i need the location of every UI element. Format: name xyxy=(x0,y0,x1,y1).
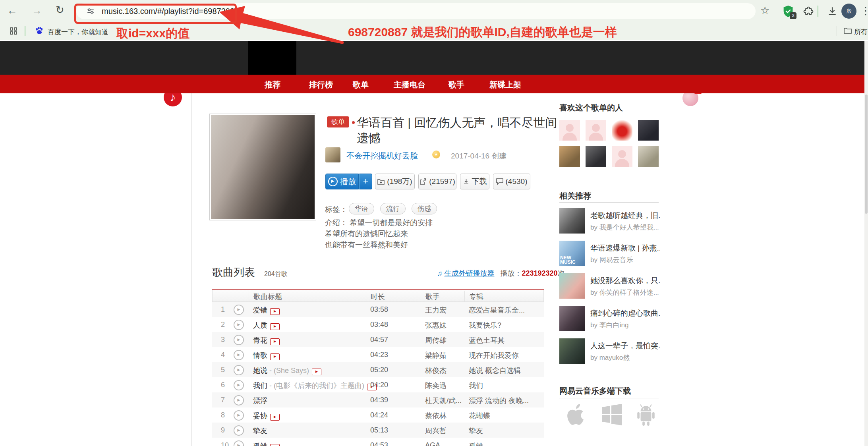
mv-icon[interactable]: ▶ xyxy=(312,369,321,375)
row-play-icon[interactable]: ▶ xyxy=(234,335,244,345)
row-play-icon[interactable]: ▶ xyxy=(234,320,244,330)
mv-icon[interactable]: ▶ xyxy=(270,414,280,421)
album-link[interactable]: 她说 概念自选辑 xyxy=(469,366,521,375)
artist-link[interactable]: 杜天凯/武... xyxy=(425,396,462,405)
liker-avatar[interactable] xyxy=(638,146,659,167)
liker-avatar[interactable] xyxy=(638,120,659,141)
row-play-icon[interactable]: ▶ xyxy=(234,365,244,375)
comment-button[interactable]: (4530) xyxy=(493,174,530,189)
liker-avatar[interactable] xyxy=(586,120,606,141)
song-row-9[interactable]: 9 ▶ 挚友 05:13 周兴哲 挚友 xyxy=(212,423,544,438)
album-link[interactable]: 漂浮 流动的 夜晚... xyxy=(469,396,529,405)
all-bookmarks-label[interactable]: 所有书签 xyxy=(854,27,868,37)
column-header-title[interactable]: 歌曲标题 xyxy=(253,292,282,301)
artist-link[interactable]: 蔡依林 xyxy=(425,411,447,421)
artist-link[interactable]: AGA xyxy=(425,441,440,446)
extensions-puzzle-icon[interactable] xyxy=(803,6,814,18)
row-play-icon[interactable]: ▶ xyxy=(234,440,244,446)
browser-menu-icon[interactable]: ⋮ xyxy=(860,6,868,16)
mv-icon[interactable]: ▶ xyxy=(270,338,280,345)
related-item-by[interactable]: by 网易云音乐 xyxy=(590,255,660,265)
creator-name-link[interactable]: 不会开挖掘机好丢脸 xyxy=(346,151,418,161)
tag-sad[interactable]: 伤感 xyxy=(412,203,437,214)
subnav-new-album[interactable]: 新碟上架 xyxy=(489,79,521,90)
related-item-title[interactable]: 她没那么喜欢你，只... xyxy=(590,276,660,286)
artist-link[interactable]: 林俊杰 xyxy=(425,366,447,375)
artist-link[interactable]: 周兴哲 xyxy=(425,426,447,436)
related-cover[interactable] xyxy=(559,338,585,364)
row-play-icon[interactable]: ▶ xyxy=(234,395,244,405)
download-button[interactable]: 下载 xyxy=(460,174,489,189)
column-header-album[interactable]: 专辑 xyxy=(469,292,483,301)
album-link[interactable]: 挚友 xyxy=(469,426,483,436)
subnav-recommend[interactable]: 推荐 xyxy=(265,79,280,90)
tag-mandopop[interactable]: 华语 xyxy=(349,203,374,214)
related-item-title[interactable]: 华语速爆新歌 | 孙燕... xyxy=(590,243,660,253)
related-cover[interactable] xyxy=(559,273,585,299)
album-link[interactable]: 孤雏 xyxy=(469,441,483,446)
related-item-title[interactable]: 痛到心碎的虐心歌曲... xyxy=(590,308,660,319)
subnav-radio[interactable]: 主播电台 xyxy=(394,79,425,90)
album-link[interactable]: 恋爱占星音乐全... xyxy=(469,305,525,315)
album-link[interactable]: 我们 xyxy=(469,381,483,390)
forward-icon[interactable]: → xyxy=(32,5,42,15)
column-header-artist[interactable]: 歌手 xyxy=(425,292,440,301)
mv-icon[interactable]: ▶ xyxy=(270,444,280,446)
apps-grid-icon[interactable] xyxy=(10,27,17,37)
album-link[interactable]: 花蝴蝶 xyxy=(469,411,490,421)
creator-avatar[interactable] xyxy=(325,147,340,162)
liker-avatar[interactable] xyxy=(612,120,632,141)
row-play-icon[interactable]: ▶ xyxy=(234,350,244,360)
album-link[interactable]: 蓝色土耳其 xyxy=(469,336,505,345)
song-row-10[interactable]: 10 ▶ 孤雏▶ 04:53 AGA 孤雏 xyxy=(212,438,544,446)
album-link[interactable]: 我要快乐? xyxy=(469,321,501,330)
artist-link[interactable]: 陈奕迅 xyxy=(425,381,447,390)
artist-link[interactable]: 梁静茹 xyxy=(425,351,447,360)
related-cover[interactable]: NEW MUSIC xyxy=(559,241,585,266)
liker-avatar[interactable] xyxy=(559,146,580,167)
related-cover[interactable] xyxy=(559,208,585,234)
song-row-7[interactable]: 7 ▶ 漂浮 04:39 杜天凯/武... 漂浮 流动的 夜晚... xyxy=(212,392,544,407)
play-button[interactable]: ▶ 播放 xyxy=(325,174,359,189)
related-item-title[interactable]: 老歌越听越经典，旧... xyxy=(590,210,660,221)
nav-item-discover[interactable]: 发现音乐 xyxy=(248,41,296,75)
song-row-1[interactable]: 1 ▶ 爱错▶ 03:58 王力宏 恋爱占星音乐全... xyxy=(212,302,544,317)
row-play-icon[interactable]: ▶ xyxy=(234,305,244,315)
outlink-player-link[interactable]: 生成外链播放器 xyxy=(445,269,495,277)
related-item-by[interactable]: by 李白白ing xyxy=(590,321,660,330)
liker-avatar[interactable] xyxy=(612,146,632,167)
related-item-by[interactable]: by 你笑的样子格外迷... xyxy=(590,288,660,297)
android-platform-icon[interactable] xyxy=(636,404,656,428)
browser-profile-avatar[interactable]: 殷 xyxy=(841,4,856,19)
apple-platform-icon[interactable] xyxy=(567,404,587,428)
row-play-icon[interactable]: ▶ xyxy=(234,380,244,390)
artist-link[interactable]: 周传雄 xyxy=(425,336,447,345)
favorite-button[interactable]: (198万) xyxy=(375,174,415,189)
liker-avatar[interactable] xyxy=(586,146,606,167)
subnav-artist[interactable]: 歌手 xyxy=(448,79,464,90)
song-row-2[interactable]: 2 ▶ 人质▶ 03:48 张惠妹 我要快乐? xyxy=(212,317,544,332)
back-icon[interactable]: ← xyxy=(7,5,17,15)
subnav-playlist[interactable]: 歌单 xyxy=(353,79,369,90)
subnav-rank[interactable]: 排行榜 xyxy=(309,79,333,90)
song-row-4[interactable]: 4 ▶ 情歌▶ 04:23 梁静茹 现在开始我爱你 xyxy=(212,347,544,362)
windows-platform-icon[interactable] xyxy=(601,404,623,427)
bookmark-star-icon[interactable]: ☆ xyxy=(760,5,769,15)
artist-link[interactable]: 张惠妹 xyxy=(425,321,447,330)
column-header-duration[interactable]: 时长 xyxy=(371,292,385,301)
row-play-icon[interactable]: ▶ xyxy=(234,410,244,421)
song-row-5[interactable]: 5 ▶ 她说 - (She Says)▶ 05:20 林俊杰 她说 概念自选辑 xyxy=(212,362,544,377)
related-item-by[interactable]: by mayuko然 xyxy=(590,353,660,362)
related-item-by[interactable]: by 我是个好人希望我... xyxy=(590,223,660,232)
downloads-icon[interactable] xyxy=(827,6,837,18)
song-row-8[interactable]: 8 ▶ 妥协▶ 04:24 蔡依林 花蝴蝶 xyxy=(212,407,544,423)
song-row-3[interactable]: 3 ▶ 青花▶ 04:57 周传雄 蓝色土耳其 xyxy=(212,332,544,347)
mv-icon[interactable]: ▶ xyxy=(270,308,280,315)
mv-icon[interactable]: ▶ xyxy=(270,353,280,360)
artist-link[interactable]: 王力宏 xyxy=(425,305,447,315)
tag-pop[interactable]: 流行 xyxy=(380,203,406,214)
scrollbar-thumb[interactable] xyxy=(865,95,868,214)
song-row-6[interactable]: 6 ▶ 我们 - (电影《后来的我们》主题曲)▶ 04:20 陈奕迅 我们 xyxy=(212,377,544,392)
mv-icon[interactable]: ▶ xyxy=(270,323,280,330)
liker-avatar[interactable] xyxy=(559,120,580,141)
